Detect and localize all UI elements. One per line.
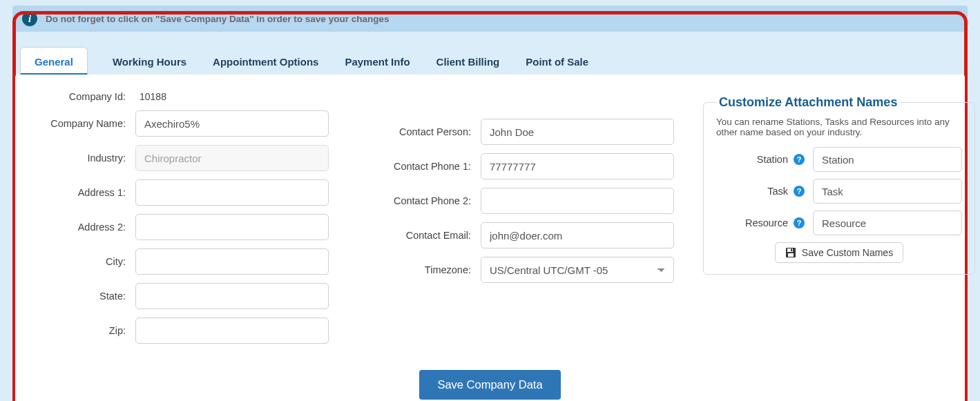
- input-contact-email[interactable]: [481, 222, 674, 248]
- save-custom-names-button[interactable]: Save Custom Names: [775, 242, 903, 263]
- input-address2[interactable]: [135, 214, 329, 240]
- tab-client-billing[interactable]: Client Billing: [435, 49, 501, 75]
- tab-working-hours[interactable]: Working Hours: [111, 49, 188, 75]
- input-city[interactable]: [135, 248, 329, 275]
- label-company-name: Company Name:: [32, 118, 135, 129]
- label-state: State:: [32, 291, 135, 302]
- svg-rect-2: [788, 253, 794, 257]
- save-custom-label: Save Custom Names: [802, 247, 893, 258]
- highlight-box: General Working Hours Appointment Option…: [12, 11, 968, 401]
- label-company-id: Company Id:: [32, 91, 135, 102]
- help-resource-icon[interactable]: ?: [794, 217, 805, 228]
- label-contact-email: Contact Email:: [370, 230, 481, 241]
- label-contact-phone2: Contact Phone 2:: [370, 195, 481, 206]
- tab-point-of-sale[interactable]: Point of Sale: [524, 49, 590, 75]
- input-task[interactable]: [813, 179, 962, 204]
- label-city: City:: [32, 256, 135, 267]
- input-station[interactable]: [813, 147, 962, 172]
- tabs-row: General Working Hours Appointment Option…: [16, 46, 964, 75]
- tab-content: Company Id: 10188 Company Name: Industry…: [15, 75, 965, 401]
- label-address2: Address 2:: [32, 222, 135, 233]
- label-address1: Address 1:: [32, 187, 135, 198]
- label-timezone: Timezone:: [370, 264, 481, 275]
- select-timezone[interactable]: US/Central UTC/GMT -05: [481, 257, 674, 283]
- legend-customize: Customize Attachment Names: [716, 95, 900, 110]
- custom-desc: You can rename Stations, Tasks and Resou…: [716, 117, 962, 137]
- save-company-data-button[interactable]: Save Company Data: [419, 370, 560, 400]
- label-contact-person: Contact Person:: [370, 126, 481, 137]
- label-industry: Industry:: [32, 153, 135, 164]
- select-industry[interactable]: Chiropractor: [135, 145, 329, 171]
- input-zip[interactable]: [135, 317, 329, 344]
- col-company: Company Id: 10188 Company Name: Industry…: [32, 91, 349, 352]
- value-company-id: 10188: [135, 91, 166, 102]
- input-address1[interactable]: [135, 179, 329, 206]
- fieldset-customize: Customize Attachment Names You can renam…: [703, 95, 975, 275]
- svg-rect-3: [791, 249, 792, 252]
- label-zip: Zip:: [32, 325, 135, 336]
- input-resource[interactable]: [813, 211, 962, 235]
- help-task-icon[interactable]: ?: [794, 186, 805, 197]
- tab-general[interactable]: General: [20, 47, 88, 75]
- input-state[interactable]: [135, 283, 329, 309]
- col-custom: Customize Attachment Names You can renam…: [702, 91, 977, 275]
- tab-payment-info[interactable]: Payment Info: [343, 49, 411, 75]
- save-icon: [785, 247, 796, 258]
- label-task: Task: [716, 186, 791, 197]
- input-contact-phone2[interactable]: [481, 188, 674, 214]
- input-contact-phone1[interactable]: [481, 153, 674, 179]
- label-contact-phone1: Contact Phone 1:: [370, 161, 481, 172]
- input-company-name[interactable]: [135, 110, 329, 137]
- tab-appointment-options[interactable]: Appointment Options: [211, 49, 320, 75]
- input-contact-person[interactable]: [481, 119, 674, 145]
- col-contact: Contact Person: Contact Phone 1: Contact…: [370, 91, 681, 291]
- help-station-icon[interactable]: ?: [794, 154, 805, 165]
- label-resource: Resource: [716, 217, 791, 228]
- label-station: Station: [716, 154, 791, 165]
